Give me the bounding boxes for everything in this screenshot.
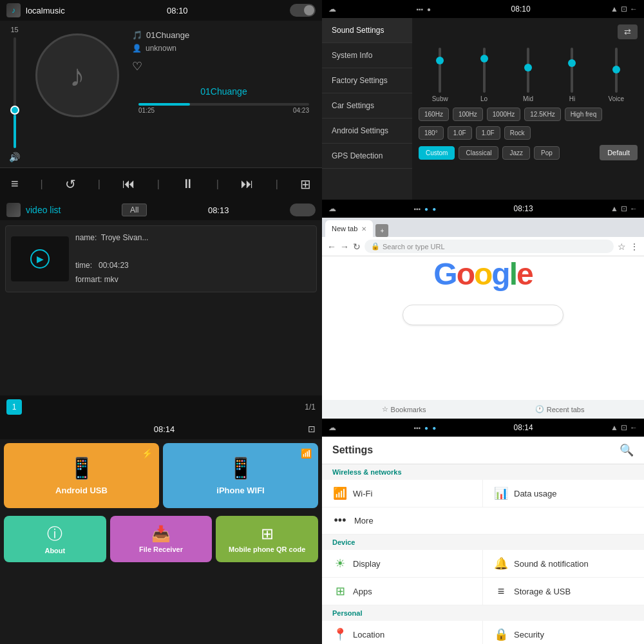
bookmarks-link[interactable]: ☆ Bookmarks: [382, 405, 426, 413]
music-toggle[interactable]: [290, 4, 316, 17]
new-tab-btn[interactable]: +: [375, 224, 388, 237]
chrome-wifi-icon: ●: [424, 205, 428, 213]
apps-time: 08:14: [154, 424, 175, 434]
mode-classical[interactable]: Classical: [459, 146, 498, 160]
file-receiver-tile[interactable]: 📥 File Receiver: [110, 516, 213, 562]
sound-notif-cell[interactable]: 🔔 Sound & notification: [483, 550, 644, 578]
android-usb-tile[interactable]: ⚡ 📱 Android USB: [4, 443, 159, 508]
url-input[interactable]: 🔒 Search or type URL: [365, 240, 614, 253]
next-btn[interactable]: ⏭: [241, 176, 254, 191]
freq-btn-100[interactable]: 100Hz: [453, 108, 483, 121]
bookmark-star-icon[interactable]: ☆: [618, 242, 626, 252]
eq-track-hi[interactable]: [571, 48, 573, 93]
preset-val-0: 180°: [419, 126, 444, 140]
eq-track-subw[interactable]: [439, 48, 441, 93]
settings-search-icon[interactable]: 🔍: [620, 443, 634, 457]
menu-factory-settings[interactable]: Factory Settings: [322, 68, 412, 93]
security-cell[interactable]: 🔒 Security: [483, 621, 644, 644]
qr-tile[interactable]: ⊞ Mobile phone QR code: [216, 516, 318, 562]
eq-track-voice[interactable]: [615, 48, 618, 93]
display-cell[interactable]: ☀ Display: [322, 550, 483, 578]
playlist-btn[interactable]: ≡: [11, 176, 19, 191]
panel-settings: ☁ ▪▪▪ ● ● 08:14 ▲ ⊡ ← Settings 🔍 Wireles…: [322, 419, 644, 644]
eq-track-mid[interactable]: [527, 48, 529, 93]
wifi-cell[interactable]: 📶 Wi-Fi: [322, 480, 483, 507]
video-toggle[interactable]: [290, 204, 316, 216]
android-usb-label: Android USB: [55, 486, 108, 495]
more-row[interactable]: ••• More: [322, 507, 644, 535]
display-label: Display: [353, 559, 381, 569]
mode-custom[interactable]: Custom: [419, 146, 455, 160]
tab-close-btn[interactable]: ✕: [361, 225, 366, 232]
progress-bar[interactable]: [138, 103, 309, 106]
repeat-btn[interactable]: ↺: [65, 176, 76, 192]
reload-btn[interactable]: ↻: [353, 242, 361, 252]
menu-car-settings[interactable]: Car Settings: [322, 93, 412, 118]
eq-track-lo[interactable]: [483, 48, 486, 93]
eq-label-hi: Hi: [569, 95, 575, 102]
chrome-dot-icon: ●: [432, 205, 436, 213]
storage-cell[interactable]: ≡ Storage & USB: [483, 578, 644, 605]
video-item[interactable]: ▶ name: Troye Sivan... time: 00:04:23 fo…: [5, 225, 317, 292]
arrow-up-icon: ▲: [611, 5, 618, 14]
lock-settings-icon: 🔒: [493, 627, 509, 641]
google-logo: Google: [433, 256, 532, 292]
location-cell[interactable]: 📍 Location: [322, 621, 483, 644]
more-icon: •••: [332, 514, 348, 527]
chrome-menu-icon[interactable]: ⋮: [630, 242, 639, 252]
menu-system-info[interactable]: System Info: [322, 43, 412, 68]
apps-cell[interactable]: ⊞ Apps: [322, 578, 483, 605]
about-icon: ⓘ: [47, 524, 62, 544]
chrome-arrow-icon: ▲: [611, 204, 618, 213]
chrome-url-bar: ← → ↻ 🔒 Search or type URL ☆ ⋮: [322, 237, 644, 256]
track-info: 🎵 01Chuange 👤 unknown ♡ 01Chuange 01:25 …: [126, 21, 322, 167]
cloud-icon: ☁: [328, 5, 336, 14]
default-btn[interactable]: Default: [600, 145, 638, 160]
settings-dot-icon: ●: [432, 424, 436, 431]
mode-pop[interactable]: Pop: [534, 146, 560, 160]
mode-jazz[interactable]: Jazz: [502, 146, 530, 160]
preset-row: 180° 1.0F 1.0F Rock: [419, 126, 638, 140]
preset-name-btn[interactable]: Rock: [504, 126, 531, 140]
about-tile[interactable]: ⓘ About: [4, 516, 106, 562]
pause-btn[interactable]: ⏸: [182, 176, 194, 191]
eq-area: ⇄ Subw Lo: [412, 18, 644, 200]
settings-personal-section: Personal 📍 Location 🔒 Security: [322, 605, 644, 644]
freq-btn-1000[interactable]: 1000Hz: [487, 108, 520, 121]
freq-btn-160[interactable]: 160Hz: [419, 108, 449, 121]
menu-gps-detection[interactable]: GPS Detection: [322, 144, 412, 169]
menu-sound-settings[interactable]: Sound Settings: [322, 18, 412, 43]
storage-label: Storage & USB: [514, 587, 571, 596]
iphone-wifi-tile[interactable]: 📶 📱 iPhone WIFI: [163, 443, 318, 508]
recent-tabs-link[interactable]: 🕐 Recent tabs: [535, 405, 585, 413]
forward-nav-btn[interactable]: →: [340, 242, 349, 252]
back-nav-btn[interactable]: ←: [327, 242, 336, 252]
preset-val-2: 1.0F: [476, 126, 500, 140]
file-icon: 📥: [151, 525, 171, 543]
vol-slider[interactable]: [14, 37, 16, 148]
music-note-small: 🎵: [132, 30, 142, 40]
eq-col-mid: Mid: [510, 48, 546, 102]
time-current: 01:25: [138, 107, 155, 114]
window-icon: ⊡: [621, 5, 627, 14]
video-filter-btn[interactable]: All: [122, 204, 147, 216]
prev-btn[interactable]: ⏮: [122, 176, 135, 191]
heart-icon[interactable]: ♡: [132, 59, 316, 73]
eq-col-subw: Subw: [422, 48, 458, 102]
page-num[interactable]: 1: [6, 399, 22, 415]
eq-label-voice: Voice: [609, 95, 624, 102]
google-search-box[interactable]: [402, 305, 564, 325]
data-label: Data usage: [514, 489, 557, 498]
time-total: 04:23: [293, 107, 309, 114]
video-thumb: ▶: [11, 236, 69, 281]
eq-swap-btn[interactable]: ⇄: [618, 24, 638, 39]
mode-row: Custom Classical Jazz Pop: [419, 146, 560, 160]
wifi-data-row: 📶 Wi-Fi 📊 Data usage: [322, 480, 644, 507]
freq-btn-125k[interactable]: 12.5KHz: [524, 108, 560, 121]
eq-btn[interactable]: ⊞: [300, 176, 311, 192]
chrome-tab[interactable]: New tab ✕: [325, 220, 373, 237]
freq-btn-high[interactable]: High freq: [565, 108, 603, 121]
sliders-row: Subw Lo Mid: [419, 44, 638, 102]
data-usage-cell[interactable]: 📊 Data usage: [483, 480, 644, 507]
menu-android-settings[interactable]: Android Settings: [322, 118, 412, 144]
